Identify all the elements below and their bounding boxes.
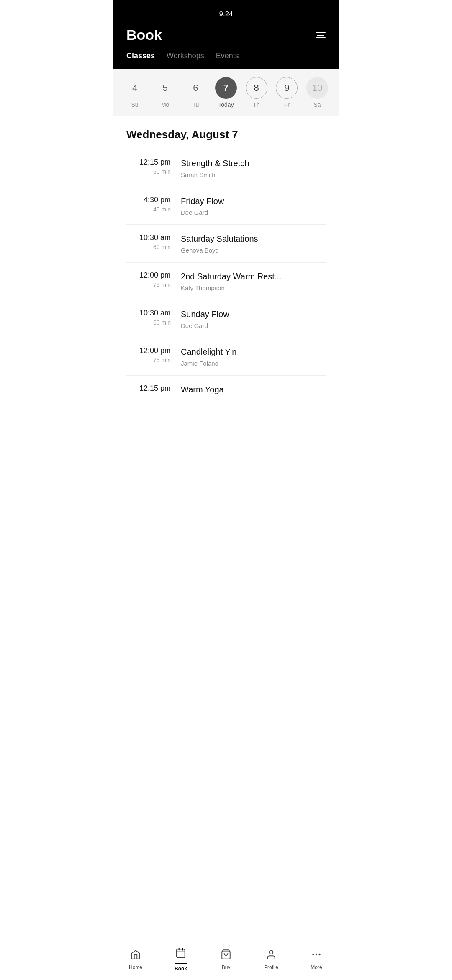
class-name-4: 2nd Saturday Warm Rest...: [181, 271, 326, 282]
bottom-nav: Home Book Buy: [113, 942, 339, 980]
nav-profile-label: Profile: [264, 965, 278, 970]
class-info-3: Saturday Salutations Genova Boyd: [181, 233, 326, 254]
tab-events[interactable]: Events: [216, 52, 239, 62]
class-time-main-4: 12:00 pm: [126, 271, 171, 280]
class-time-main-3: 10:30 am: [126, 233, 171, 242]
home-icon: [130, 949, 141, 963]
class-info-5: Sunday Flow Dee Gard: [181, 309, 326, 329]
page-title: Book: [126, 27, 162, 43]
class-name-2: Friday Flow: [181, 196, 326, 206]
class-item-6[interactable]: 12:00 pm 75 min Candlelight Yin Jamie Fo…: [126, 338, 326, 376]
day-item-sun[interactable]: 4 Su: [123, 77, 146, 108]
class-info-2: Friday Flow Dee Gard: [181, 196, 326, 216]
day-item-fri[interactable]: 9 Fr: [275, 77, 298, 108]
svg-point-5: [270, 950, 273, 954]
day-number-4: 4: [124, 77, 146, 99]
class-item-7[interactable]: 12:15 pm Warm Yoga: [126, 376, 326, 403]
class-time-3: 10:30 am 60 min: [126, 233, 181, 250]
class-time-4: 12:00 pm 75 min: [126, 271, 181, 288]
filter-line-3: [316, 37, 326, 38]
class-duration-5: 60 min: [126, 319, 171, 326]
nav-buy[interactable]: Buy: [209, 949, 243, 970]
class-instructor-1: Sarah Smith: [181, 171, 326, 178]
class-name-5: Sunday Flow: [181, 309, 326, 320]
class-name-7: Warm Yoga: [181, 384, 326, 395]
class-time-main-5: 10:30 am: [126, 309, 171, 317]
nav-profile[interactable]: Profile: [254, 949, 288, 970]
class-time-main-6: 12:00 pm: [126, 346, 171, 355]
class-instructor-3: Genova Boyd: [181, 247, 326, 254]
class-time-5: 10:30 am 60 min: [126, 309, 181, 326]
class-list: 12:15 pm 60 min Strength & Stretch Sarah…: [126, 150, 326, 403]
class-name-6: Candlelight Yin: [181, 346, 326, 357]
class-instructor-2: Dee Gard: [181, 209, 326, 216]
day-label-th: Th: [253, 101, 259, 108]
day-item-mon[interactable]: 5 Mo: [154, 77, 177, 108]
day-number-5: 5: [154, 77, 176, 99]
day-label-mo: Mo: [161, 101, 169, 108]
class-name-1: Strength & Stretch: [181, 158, 326, 169]
nav-book-label: Book: [175, 963, 187, 972]
nav-buy-label: Buy: [222, 965, 231, 970]
class-info-4: 2nd Saturday Warm Rest... Katy Thompson: [181, 271, 326, 291]
status-time: 9:24: [219, 10, 233, 18]
day-item-thu[interactable]: 8 Th: [245, 77, 268, 108]
tabs: Classes Workshops Events: [126, 52, 326, 69]
svg-point-8: [318, 953, 320, 955]
class-duration-3: 60 min: [126, 244, 171, 250]
nav-home-label: Home: [129, 965, 142, 970]
class-name-3: Saturday Salutations: [181, 233, 326, 244]
day-item-tue[interactable]: 6 Tu: [184, 77, 207, 108]
class-time-1: 12:15 pm 60 min: [126, 158, 181, 175]
class-time-2: 4:30 pm 45 min: [126, 196, 181, 213]
day-number-9: 9: [276, 77, 298, 99]
class-item-2[interactable]: 4:30 pm 45 min Friday Flow Dee Gard: [126, 187, 326, 225]
day-label-today: Today: [218, 101, 234, 108]
nav-more[interactable]: More: [300, 949, 333, 970]
svg-point-7: [316, 953, 317, 955]
class-info-6: Candlelight Yin Jamie Foland: [181, 346, 326, 367]
class-time-main-2: 4:30 pm: [126, 196, 171, 204]
nav-more-label: More: [311, 965, 322, 970]
day-item-sat[interactable]: 10 Sa: [306, 77, 329, 108]
class-duration-1: 60 min: [126, 168, 171, 175]
day-label-su: Su: [131, 101, 138, 108]
nav-book[interactable]: Book: [164, 947, 198, 972]
class-item-3[interactable]: 10:30 am 60 min Saturday Salutations Gen…: [126, 225, 326, 263]
profile-icon: [266, 949, 277, 963]
day-item-wed[interactable]: 7 Today: [214, 77, 238, 108]
day-number-8: 8: [246, 77, 267, 99]
tab-classes[interactable]: Classes: [126, 52, 155, 62]
day-number-6: 6: [185, 77, 206, 99]
more-icon: [311, 949, 322, 963]
class-instructor-4: Katy Thompson: [181, 284, 326, 291]
class-instructor-5: Dee Gard: [181, 322, 326, 329]
class-item-4[interactable]: 12:00 pm 75 min 2nd Saturday Warm Rest..…: [126, 263, 326, 300]
class-info-7: Warm Yoga: [181, 384, 326, 395]
header-row: Book: [126, 23, 326, 52]
header: 9:24 Book Classes Workshops Events: [113, 0, 339, 69]
class-duration-6: 75 min: [126, 357, 171, 364]
filter-icon[interactable]: [316, 32, 326, 38]
class-item-1[interactable]: 12:15 pm 60 min Strength & Stretch Sarah…: [126, 150, 326, 187]
date-heading: Wednesday, August 7: [126, 116, 326, 150]
class-duration-2: 45 min: [126, 206, 171, 213]
day-label-tu: Tu: [192, 101, 199, 108]
nav-home[interactable]: Home: [119, 949, 152, 970]
calendar-strip: 4 Su 5 Mo 6 Tu 7 Today 8 Th 9 Fr 10 Sa: [113, 69, 339, 116]
class-time-main-7: 12:15 pm: [126, 384, 171, 393]
day-number-10: 10: [306, 77, 328, 99]
svg-point-6: [312, 953, 314, 955]
svg-rect-0: [177, 949, 185, 957]
buy-icon: [221, 949, 231, 963]
class-duration-4: 75 min: [126, 281, 171, 288]
class-time-6: 12:00 pm 75 min: [126, 346, 181, 364]
class-item-5[interactable]: 10:30 am 60 min Sunday Flow Dee Gard: [126, 300, 326, 338]
book-icon: [175, 947, 186, 961]
tab-workshops[interactable]: Workshops: [167, 52, 204, 62]
class-time-7: 12:15 pm: [126, 384, 181, 393]
class-info-1: Strength & Stretch Sarah Smith: [181, 158, 326, 178]
filter-line-2: [317, 35, 324, 36]
day-label-sa: Sa: [313, 101, 321, 108]
class-time-main-1: 12:15 pm: [126, 158, 171, 167]
